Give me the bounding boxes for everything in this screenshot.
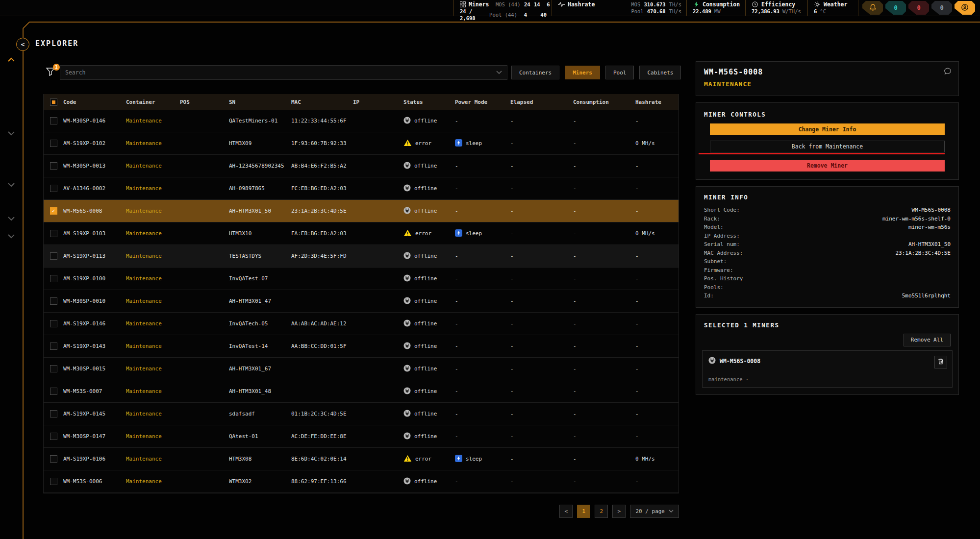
hashrate-label: Hashrate xyxy=(568,1,595,8)
cell-status: offline xyxy=(403,410,455,418)
table-row[interactable]: WM-M30SP-0147 Maintenance QAtest-01 AC:D… xyxy=(44,425,678,448)
row-checkbox[interactable] xyxy=(50,365,57,372)
table-row[interactable]: AM-S19XP-0102 Maintenance HTM3X09 1F:93:… xyxy=(44,132,678,155)
row-checkbox[interactable] xyxy=(50,275,57,282)
row-checkbox[interactable] xyxy=(50,388,57,395)
table-header-row: Code Container POS SN MAC IP Status Powe… xyxy=(44,94,678,110)
row-checkbox[interactable] xyxy=(50,185,57,192)
row-checkbox[interactable] xyxy=(50,252,57,260)
red-counter-button[interactable]: 0 xyxy=(908,1,929,15)
cell-mac: FA:EB:B6:ED:A2:03 xyxy=(291,230,353,237)
table-row[interactable]: AV-A1346-0002 Maintenance AH-09897865 FC… xyxy=(44,177,678,200)
info-value: miner-wm-m56s-shelf-0 xyxy=(882,215,951,223)
row-checkbox[interactable] xyxy=(50,478,57,485)
hashrate-mos-label: MOS xyxy=(631,1,640,8)
cell-consumption: - xyxy=(573,163,635,169)
cell-consumption: - xyxy=(573,140,635,147)
row-checkbox[interactable] xyxy=(50,117,57,124)
table-row[interactable]: WM-M30SP-0013 Maintenance AH-12345678902… xyxy=(44,155,678,177)
page-1-button[interactable]: 1 xyxy=(577,505,590,518)
row-checkbox[interactable] xyxy=(50,433,57,440)
remove-miner-button[interactable]: Remove Miner xyxy=(710,160,945,172)
table-row[interactable]: AM-S19XP-0113 Maintenance TESTASTDYS AF:… xyxy=(44,245,678,268)
cell-container: Maintenance xyxy=(126,478,180,485)
miner-title: WM-M56S-0008 xyxy=(704,68,951,76)
row-checkbox[interactable] xyxy=(50,410,57,417)
info-label: Serial num: xyxy=(704,240,740,249)
info-value: 23:1A:2B:3C:4D:5E xyxy=(895,249,951,258)
select-all-checkbox[interactable] xyxy=(50,98,57,106)
page-size-select[interactable]: 20 / page xyxy=(630,505,679,518)
chevron-down-icon[interactable] xyxy=(7,233,16,239)
teal-counter-value: 0 xyxy=(894,4,897,11)
offline-status-icon xyxy=(403,274,411,283)
miner-status-badge: MAINTENANCE xyxy=(704,80,951,88)
row-checkbox[interactable] xyxy=(50,140,57,147)
chevron-down-icon[interactable] xyxy=(7,182,16,188)
search-input[interactable] xyxy=(65,69,496,76)
table-row[interactable]: WM-M53S-0007 Maintenance AH-HTM3X01_48 o… xyxy=(44,380,678,403)
cell-container: Maintenance xyxy=(126,208,180,214)
table-row[interactable]: AM-S19XP-0146 Maintenance InvQATech-05 A… xyxy=(44,313,678,335)
row-checkbox[interactable] xyxy=(50,343,57,350)
cell-hashrate: - xyxy=(635,366,679,372)
table-row[interactable]: AM-S19XP-0143 Maintenance InvQATest-14 A… xyxy=(44,335,678,358)
chevron-down-icon xyxy=(669,510,674,513)
row-checkbox[interactable] xyxy=(50,162,57,170)
cell-container: Maintenance xyxy=(126,388,180,394)
table-row[interactable]: AM-S19XP-0106 Maintenance HTM3X08 8E:6D:… xyxy=(44,448,678,470)
cell-elapsed: - xyxy=(510,433,573,440)
row-checkbox[interactable] xyxy=(50,455,57,463)
remove-all-button[interactable]: Remove All xyxy=(904,334,951,346)
cell-container: Maintenance xyxy=(126,253,180,259)
tab-miners[interactable]: Miners xyxy=(565,66,600,79)
gray-counter-button[interactable]: 0 xyxy=(931,1,952,15)
filter-button[interactable]: 1 xyxy=(45,66,58,79)
cell-mac: AA:BB:CC:DD:01:5F xyxy=(291,343,353,349)
chevron-up-icon[interactable] xyxy=(7,57,16,63)
table-row[interactable]: AM-S19XP-0145 Maintenance sdafsadf 01:1B… xyxy=(44,403,678,425)
back-button[interactable]: < xyxy=(16,38,29,51)
chevron-down-icon[interactable] xyxy=(7,130,16,136)
row-checkbox[interactable] xyxy=(50,230,57,237)
consumption-label: Consumption xyxy=(703,1,740,8)
table-row[interactable]: WM-M30SP-0146 Maintenance QATestMiners-0… xyxy=(44,110,678,132)
notifications-button[interactable] xyxy=(862,1,883,15)
cell-sn: AH-HTM3X01_67 xyxy=(229,366,291,372)
table-row[interactable]: WM-M30SP-0010 Maintenance AH-HTM3X01_47 … xyxy=(44,290,678,313)
row-checkbox[interactable] xyxy=(50,320,57,327)
user-icon xyxy=(961,4,968,12)
table-row[interactable]: ✓ WM-M56S-0008 Maintenance AH-HTM3X01_50… xyxy=(44,200,678,222)
change-miner-info-button[interactable]: Change Miner Info xyxy=(710,123,945,135)
cell-container: Maintenance xyxy=(126,185,180,192)
cell-consumption: - xyxy=(573,275,635,282)
row-checkbox[interactable]: ✓ xyxy=(50,207,57,215)
back-from-maintenance-button[interactable]: Back from Maintenance xyxy=(710,141,945,152)
remove-selected-button[interactable] xyxy=(934,356,947,368)
cell-sn: WTM3X02 xyxy=(229,478,291,485)
next-page-button[interactable]: > xyxy=(612,505,626,518)
prev-page-button[interactable]: < xyxy=(559,505,573,518)
table-row[interactable]: WM-M30SP-0015 Maintenance AH-HTM3X01_67 … xyxy=(44,358,678,380)
row-checkbox[interactable] xyxy=(50,297,57,305)
selected-miner-item: WM-M56S-0008 maintenance · xyxy=(702,350,953,388)
tab-cabinets[interactable]: Cabinets xyxy=(639,66,681,79)
cell-sn: AH-HTM3X01_50 xyxy=(229,208,291,214)
tab-pool[interactable]: Pool xyxy=(605,66,634,79)
teal-counter-button[interactable]: 0 xyxy=(885,1,906,15)
page-2-button[interactable]: 2 xyxy=(595,505,608,518)
chat-bubble-icon[interactable] xyxy=(944,68,952,77)
trash-icon xyxy=(938,357,944,367)
tab-containers[interactable]: Containers xyxy=(511,66,559,79)
account-button[interactable] xyxy=(955,1,975,15)
offline-status-icon xyxy=(403,297,411,306)
pool-err-count: 40 xyxy=(537,11,547,18)
cell-sn: InvQATest-14 xyxy=(229,343,291,349)
cell-elapsed: - xyxy=(510,320,573,327)
entity-tabs: Containers Miners Pool Cabinets xyxy=(511,66,681,79)
table-row[interactable]: AM-S19XP-0103 Maintenance HTM3X10 FA:EB:… xyxy=(44,222,678,245)
chevron-down-icon[interactable] xyxy=(7,216,16,221)
table-row[interactable]: AM-S19XP-0100 Maintenance InvQATest-07 o… xyxy=(44,268,678,290)
chevron-down-icon[interactable] xyxy=(496,71,502,74)
table-row[interactable]: WM-M53S-0006 Maintenance WTM3X02 88:62:9… xyxy=(44,470,678,493)
